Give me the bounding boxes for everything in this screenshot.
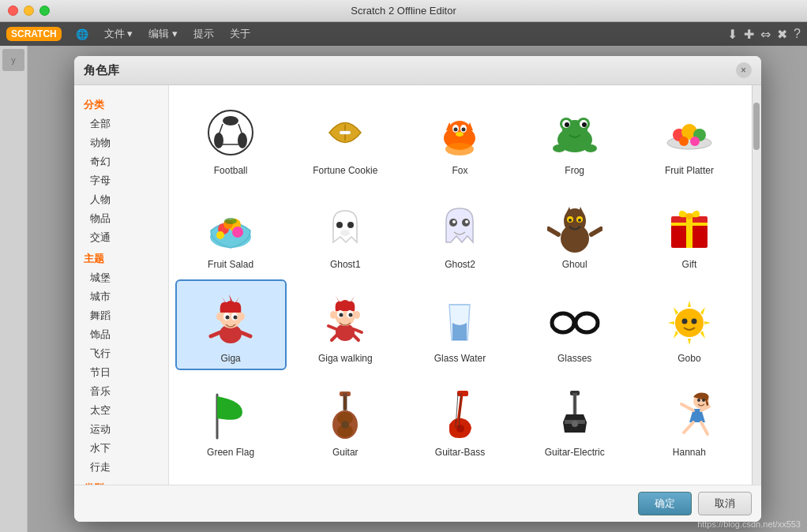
menu-edit[interactable]: 编辑 ▾: [142, 24, 184, 43]
svg-point-86: [576, 313, 598, 332]
sprite-image-giga: [199, 290, 262, 350]
svg-point-15: [454, 127, 458, 131]
svg-line-56: [591, 229, 601, 234]
panel-icon: y: [2, 49, 24, 71]
sprite-cell-green-flag[interactable]: Green Flag: [175, 373, 287, 464]
sprite-image-green-flag: [199, 384, 262, 444]
toolbar-help-icon[interactable]: ?: [794, 27, 801, 41]
sprite-cell-frog[interactable]: Frog: [519, 92, 630, 182]
toolbar-close-icon[interactable]: ✖: [777, 27, 787, 42]
sprite-label-glasses: Glasses: [557, 353, 591, 364]
sidebar-item-walking[interactable]: 行走: [74, 458, 168, 477]
menu-about[interactable]: 关于: [223, 24, 257, 43]
sprite-cell-fruit-salad[interactable]: Fruit Salad: [175, 185, 287, 276]
maximize-window-button[interactable]: [39, 6, 50, 16]
confirm-button[interactable]: 确定: [638, 492, 692, 515]
sprite-cell-giga-walking[interactable]: Giga walking: [290, 279, 401, 370]
svg-point-72: [336, 324, 355, 341]
sidebar-item-holiday[interactable]: 节日: [74, 363, 168, 382]
sidebar-item-dance[interactable]: 舞蹈: [74, 306, 168, 325]
minimize-window-button[interactable]: [24, 6, 34, 16]
sprite-cell-giga[interactable]: Giga: [175, 279, 287, 370]
sidebar-item-underwater[interactable]: 水下: [74, 439, 168, 458]
sprite-cell-gobo[interactable]: Gobo: [633, 279, 745, 370]
menu-file[interactable]: 文件 ▾: [98, 24, 140, 43]
sidebar-item-space[interactable]: 太空: [74, 401, 168, 420]
sprite-image-ghost1: [313, 197, 377, 256]
sprite-cell-glasses[interactable]: Glasses: [519, 279, 630, 370]
svg-line-126: [684, 422, 693, 433]
sidebar-section-type: 类型: [74, 477, 168, 485]
menu-tips[interactable]: 提示: [187, 24, 220, 43]
sidebar-item-transport[interactable]: 交通: [74, 228, 168, 247]
sprite-cell-ghost1[interactable]: Ghost1: [290, 185, 401, 276]
cancel-button[interactable]: 取消: [698, 492, 752, 515]
svg-point-90: [675, 309, 704, 337]
sprite-cell-guitar[interactable]: Guitar: [290, 373, 401, 464]
scrollbar-thumb[interactable]: [753, 103, 760, 150]
sprite-image-fortune-cookie: [313, 103, 377, 162]
sidebar-item-castle[interactable]: 城堡: [74, 268, 168, 287]
toolbar-download-icon[interactable]: ⬇: [727, 27, 738, 42]
toolbar-add-icon[interactable]: ✚: [744, 27, 754, 42]
svg-point-61: [685, 213, 693, 219]
svg-marker-95: [674, 307, 678, 315]
main-area: y 角色库 × 分类 全部 动物 奇幻 字母 人物 物品: [0, 46, 807, 532]
sprite-image-frog: [543, 103, 606, 162]
svg-line-81: [352, 334, 358, 340]
dialog-scrollbar[interactable]: [752, 85, 761, 485]
svg-point-40: [216, 231, 224, 239]
sidebar-item-flying[interactable]: 飞行: [74, 344, 168, 363]
sprite-label-guitar-electric: Guitar-Electric: [545, 447, 605, 458]
sprite-label-football: Football: [214, 165, 248, 176]
svg-point-16: [462, 127, 466, 131]
toolbar-arrows-icon[interactable]: ⇔: [760, 27, 771, 42]
sprite-cell-ghost2[interactable]: Ghost2: [404, 185, 516, 276]
titlebar: Scratch 2 Offline Editor: [0, 0, 807, 22]
sprite-cell-fruit-platter[interactable]: Fruit Platter: [633, 92, 745, 182]
menubar: SCRATCH 🌐 文件 ▾ 编辑 ▾ 提示 关于 ⬇ ✚ ⇔ ✖ ?: [0, 22, 807, 46]
sidebar-item-music[interactable]: 音乐: [74, 382, 168, 401]
svg-line-124: [681, 404, 693, 410]
sprite-cell-football[interactable]: Football: [175, 92, 287, 182]
sprite-cell-guitar-electric[interactable]: Guitar-Electric: [519, 373, 630, 464]
svg-point-129: [702, 399, 705, 402]
svg-point-54: [578, 219, 581, 222]
sidebar-item-all[interactable]: 全部: [74, 114, 168, 133]
sprite-cell-ghoul[interactable]: Ghoul: [519, 185, 630, 276]
svg-point-113: [456, 425, 464, 433]
svg-point-79: [349, 313, 353, 317]
menu-globe[interactable]: 🌐: [69, 26, 95, 43]
sprite-cell-fortune-cookie[interactable]: Fortune Cookie: [290, 92, 401, 182]
sidebar-item-accessories[interactable]: 饰品: [74, 325, 168, 344]
left-panel: y: [0, 46, 28, 532]
svg-line-127: [701, 422, 708, 434]
svg-point-1: [223, 116, 238, 126]
sidebar-item-city[interactable]: 城市: [74, 287, 168, 306]
svg-point-107: [341, 421, 349, 429]
dialog-close-button[interactable]: ×: [736, 62, 752, 78]
sprite-cell-gift[interactable]: Gift: [633, 185, 745, 276]
svg-line-83: [354, 329, 362, 332]
sprite-cell-guitar-bass[interactable]: Guitar-Bass: [404, 373, 516, 464]
sidebar-item-animals[interactable]: 动物: [74, 133, 168, 152]
close-window-button[interactable]: [8, 6, 18, 16]
svg-point-27: [553, 144, 565, 152]
scratch-logo: SCRATCH: [6, 27, 62, 41]
sidebar-item-letters[interactable]: 字母: [74, 171, 168, 190]
svg-point-18: [445, 143, 474, 155]
sprite-cell-hannah[interactable]: Hannah: [633, 373, 745, 464]
sidebar-item-fantasy[interactable]: 奇幻: [74, 152, 168, 171]
watermark: https://blog.csdn.net/xx553: [697, 519, 801, 529]
svg-marker-92: [688, 339, 691, 345]
svg-point-42: [336, 222, 343, 228]
sprite-grid-scroll[interactable]: Football: [169, 85, 752, 485]
sidebar-item-things[interactable]: 物品: [74, 209, 168, 228]
svg-point-53: [569, 219, 572, 222]
sprite-cell-fox[interactable]: Fox: [404, 92, 516, 182]
sprite-image-gift: [658, 197, 721, 256]
sprite-cell-glass-water[interactable]: Glass Water: [404, 279, 516, 370]
sidebar-item-sports[interactable]: 运动: [74, 420, 168, 439]
svg-point-65: [238, 313, 245, 320]
sidebar-item-people[interactable]: 人物: [74, 190, 168, 209]
